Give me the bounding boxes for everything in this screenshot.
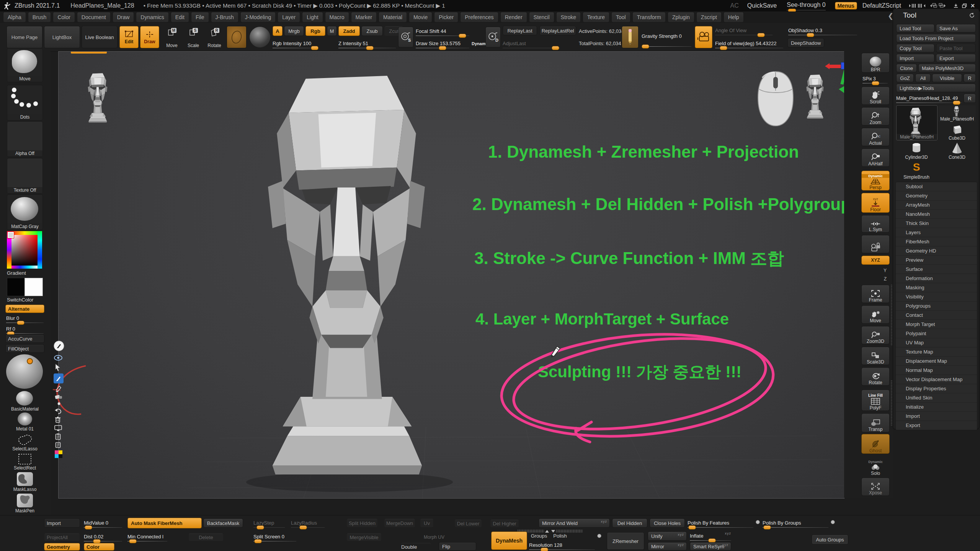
edit-button[interactable]: Edit — [119, 26, 139, 48]
fov-slider[interactable]: Field of view(deg) 54.43222 — [715, 38, 783, 48]
tool-section-row[interactable]: Layers — [896, 228, 977, 237]
del-lower-button[interactable]: Del Lower — [454, 519, 482, 528]
draw-button[interactable]: Draw — [140, 26, 159, 48]
menu-item[interactable]: Picker — [434, 12, 458, 23]
menu-item[interactable]: Material — [379, 12, 407, 23]
undo-icon[interactable] — [54, 408, 65, 414]
shelf-scroll-strip-2[interactable] — [891, 380, 892, 426]
tool-thumb-cylinder[interactable]: Cylinder3D — [896, 142, 937, 160]
scale3d-button[interactable]: Scale3D — [861, 347, 890, 365]
notes-icon[interactable] — [55, 442, 64, 448]
del-hidden-button[interactable]: Del Hidden — [612, 518, 647, 528]
tool-section-row[interactable]: Thick Skin — [896, 219, 977, 228]
visible-button[interactable]: Visible — [932, 74, 962, 82]
inflate-slider[interactable]: Inflate xyz — [690, 531, 731, 541]
menu-item[interactable]: Movie — [409, 12, 432, 23]
pen-tool-icon[interactable] — [54, 373, 64, 383]
projectall-button[interactable]: ProjectAll — [44, 533, 80, 541]
menu-item[interactable]: Color — [53, 12, 75, 23]
obj-shadow-slider[interactable]: ObjShadow 0.3 — [788, 26, 857, 35]
frame-button[interactable]: Frame — [861, 285, 890, 303]
slider-knob[interactable] — [299, 525, 307, 530]
tool-section-row[interactable]: Subtool — [896, 182, 977, 191]
dot-size-icon[interactable] — [57, 402, 62, 406]
mask-pen-thumb[interactable] — [17, 494, 33, 507]
lightbox-button[interactable]: LightBox — [44, 26, 80, 48]
slider-knob[interactable] — [17, 321, 24, 325]
metal-thumb[interactable] — [18, 412, 32, 425]
quicksave-button[interactable]: QuickSave — [747, 2, 777, 9]
menu-item[interactable]: J-Modeling — [240, 12, 276, 23]
angle-of-view-slider[interactable]: Angle Of View — [715, 26, 773, 35]
tool-thumb-simplebrush[interactable]: S SimpleBrush — [896, 161, 937, 180]
tool-thumb-cone[interactable]: Cone3D — [938, 142, 976, 160]
menu-item[interactable]: Zscript — [696, 12, 722, 23]
mrgb-button[interactable]: Mrgb — [284, 26, 304, 36]
rf-slider[interactable]: Rf 0 — [6, 325, 44, 334]
select-rect-icon[interactable] — [18, 453, 32, 465]
goz-button[interactable]: GoZ — [896, 74, 914, 82]
tool-section-row[interactable]: Contact — [896, 311, 977, 320]
gravity-icon-button[interactable] — [622, 26, 639, 48]
switch-color-swatches[interactable] — [7, 278, 42, 295]
deep-shadow-button[interactable]: DeepShadow — [787, 38, 824, 47]
adjust-last-slider[interactable]: AdjustLast — [503, 38, 560, 48]
tool-section-row[interactable]: Initialize — [896, 403, 977, 412]
zoom3d-button[interactable]: Zoom3D — [861, 326, 890, 344]
min-connected-slider[interactable]: Min Connected l — [127, 532, 167, 541]
tool-section-row[interactable]: Polygroups — [896, 302, 977, 311]
rotate-button[interactable]: R Rotate — [204, 27, 224, 48]
auto-groups-button[interactable]: Auto Groups — [812, 535, 848, 544]
tool-thumb-2[interactable]: Male_PlanesofH — [938, 105, 976, 122]
split-screen-slider[interactable]: Split Screen 0 — [253, 532, 296, 541]
tool-section-row[interactable]: Polypaint — [896, 329, 977, 338]
draw-size-slider[interactable]: Draw Size 153.5755 — [416, 38, 469, 48]
all-button[interactable]: All — [915, 74, 931, 82]
menu-item[interactable]: Brush — [28, 12, 51, 23]
polish-by-groups-slider[interactable]: Polish By Groups — [763, 518, 828, 528]
mirror-and-weld-button[interactable]: Mirror And Weld xyz — [539, 518, 610, 528]
slider-knob[interactable] — [807, 33, 814, 37]
menu-item[interactable]: Render — [500, 12, 527, 23]
replay-last-button[interactable]: ReplayLast — [503, 26, 537, 35]
color-picker[interactable] — [7, 231, 42, 269]
tool-section-row[interactable]: Geometry HD — [896, 246, 977, 256]
matcap-gray-tile[interactable]: MatCap Gray — [7, 194, 43, 230]
menu-item[interactable]: Edit — [171, 12, 189, 23]
fillobject-button[interactable]: FillObject — [5, 344, 44, 353]
color-palette-icon[interactable] — [55, 450, 62, 458]
export-tool-button[interactable]: Export — [936, 54, 976, 62]
tool-section-row[interactable]: Surface — [896, 265, 977, 274]
select-lasso-icon[interactable] — [16, 433, 34, 446]
tool-section-row[interactable]: FiberMesh — [896, 237, 977, 246]
slider-knob[interactable] — [552, 46, 559, 50]
stroke-brush-tile-move[interactable]: Move — [7, 48, 43, 82]
tool-thumb-selected[interactable]: Male_PlanesofH — [896, 105, 938, 140]
tool-section-row[interactable]: Displacement Map — [896, 357, 977, 366]
menu-item[interactable]: Alpha — [3, 12, 26, 23]
blur-slider[interactable]: Blur 0 — [6, 315, 44, 323]
canvas-top-strip[interactable] — [71, 51, 107, 54]
replay-last-rel-button[interactable]: ReplayLastRel — [539, 26, 576, 35]
slider-knob[interactable] — [311, 46, 318, 50]
slider-knob[interactable] — [366, 46, 374, 50]
floor-button[interactable]: xyz Floor — [861, 193, 890, 213]
slider-knob[interactable] — [720, 46, 727, 50]
alternate-button[interactable]: Alternate — [5, 305, 44, 313]
tool-section-row[interactable]: UV Map — [896, 338, 977, 347]
texture-off-tile[interactable]: Texture Off — [7, 158, 43, 194]
menu-item[interactable]: Stencil — [529, 12, 554, 23]
import-button[interactable]: Import — [44, 518, 80, 528]
home-page-button[interactable]: Home Page — [7, 26, 42, 48]
tool-section-row[interactable]: NanoMesh — [896, 210, 977, 219]
paste-tool-button[interactable]: Paste Tool — [936, 44, 976, 52]
menu-item[interactable]: Zplugin — [668, 12, 694, 23]
highlighter-tool-icon[interactable] — [55, 385, 64, 392]
clipboard-icon[interactable] — [55, 433, 64, 440]
uv-button[interactable]: Uv — [420, 518, 434, 528]
scale-button[interactable]: S Scale — [184, 27, 203, 48]
clone-button[interactable]: Clone — [896, 64, 917, 72]
cursor-tool-icon[interactable] — [54, 364, 65, 371]
tool-section-row[interactable]: Display Properties — [896, 384, 977, 393]
tool-section-row[interactable]: Texture Map — [896, 347, 977, 357]
